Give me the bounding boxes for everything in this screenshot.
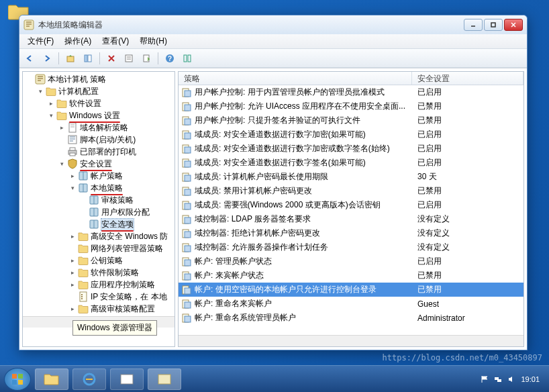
expand-icon[interactable]: ▸	[47, 99, 55, 107]
tray-network-icon[interactable]	[494, 375, 502, 383]
tree-node[interactable]: ▾安全设置	[23, 158, 174, 170]
list-scrollbar-h[interactable]	[179, 335, 523, 346]
svg-rect-78	[497, 379, 501, 382]
list-row[interactable]: 帐户: 来宾帐户状态已禁用	[179, 268, 523, 283]
svg-rect-71	[18, 374, 23, 379]
show-hide-button[interactable]	[81, 51, 95, 66]
taskbar-explorer[interactable]	[35, 369, 68, 390]
list-row[interactable]: 用户帐户控制: 只提升签名并验证的可执行文件已禁用	[179, 113, 523, 128]
tree-node[interactable]: ▾计算机配置	[23, 85, 174, 97]
tree-node[interactable]: 本地计算机 策略	[23, 73, 174, 85]
tree-node[interactable]: ▸帐户策略	[23, 170, 174, 182]
expand-icon[interactable]	[68, 293, 77, 301]
expand-icon[interactable]	[68, 244, 77, 252]
tree-node[interactable]: 网络列表管理器策略	[23, 242, 174, 254]
expand-icon[interactable]	[58, 148, 66, 156]
taskbar-app1[interactable]	[110, 369, 144, 390]
minimize-button[interactable]	[464, 19, 483, 31]
tree-node[interactable]: ▾Windows 设置	[23, 109, 174, 121]
list-row[interactable]: 域控制器: LDAP 服务器签名要求没有定义	[179, 212, 523, 226]
expand-icon[interactable]: ▾	[68, 184, 77, 192]
tree-pane[interactable]: 本地计算机 策略▾计算机配置▸软件设置▾Windows 设置▸域名解析策略脚本(…	[22, 71, 175, 347]
list-row[interactable]: 域成员: 对安全通道数据进行数字加密(如果可能)已启用	[179, 128, 523, 142]
expand-icon[interactable]: ▾	[47, 111, 55, 119]
expand-icon[interactable]	[79, 208, 87, 216]
list-row[interactable]: 域控制器: 拒绝计算机帐户密码更改没有定义	[179, 226, 523, 240]
expand-icon[interactable]: ▸	[68, 172, 77, 180]
tree-node[interactable]: ▸高级审核策略配置	[23, 303, 174, 315]
forward-button[interactable]	[40, 51, 54, 66]
cell-setting: Guest	[415, 299, 523, 309]
menu-view[interactable]: 查看(V)	[97, 34, 134, 48]
tree-node[interactable]: 安全选项	[23, 218, 174, 230]
list-row[interactable]: 帐户: 重命名系统管理员帐户Administrator	[179, 311, 523, 325]
maximize-button[interactable]	[484, 19, 503, 31]
expand-icon[interactable]	[26, 75, 34, 83]
expand-icon[interactable]: ▸	[68, 305, 77, 313]
taskbar-gpedit[interactable]	[148, 369, 181, 390]
tree-icon	[89, 207, 99, 217]
watermark: https://blog.csdn.net/m0_43450897	[383, 353, 542, 362]
list-row[interactable]: 域成员: 需要强(Windows 2000 或更高版本)会话密钥已启用	[179, 198, 523, 212]
menu-file[interactable]: 文件(F)	[22, 34, 59, 48]
policy-name: 用户帐户控制: 允许 UIAccess 应用程序在不使用安全桌面...	[195, 101, 405, 112]
tray-time[interactable]: 19:01	[521, 375, 540, 383]
menu-action[interactable]: 操作(A)	[59, 34, 97, 48]
expand-icon[interactable]: ▸	[68, 232, 77, 240]
taskbar-ie[interactable]	[72, 369, 106, 390]
list-row[interactable]: 域成员: 计算机帐户密码最长使用期限30 天	[179, 170, 523, 184]
list-row[interactable]: 帐户: 重命名来宾帐户Guest	[179, 297, 523, 311]
tree-node[interactable]: 审核策略	[23, 194, 174, 206]
properties-button[interactable]	[121, 51, 136, 66]
titlebar[interactable]: 本地组策略编辑器	[19, 15, 527, 34]
tray-flag-icon[interactable]	[481, 375, 489, 383]
expand-icon[interactable]: ▾	[36, 87, 44, 95]
tree-node[interactable]: IP 安全策略，在 本地	[23, 291, 174, 303]
tree-node[interactable]: 脚本(启动/关机)	[23, 134, 174, 146]
tree-node[interactable]: ▸软件限制策略	[23, 266, 174, 279]
list-row[interactable]: 用户帐户控制: 允许 UIAccess 应用程序在不使用安全桌面...已禁用	[179, 99, 523, 113]
tray-sound-icon[interactable]	[507, 375, 515, 383]
expand-icon[interactable]	[58, 136, 66, 144]
tree-node[interactable]: 用户权限分配	[23, 206, 174, 218]
tree-node[interactable]: ▸域名解析策略	[23, 121, 174, 134]
list-body[interactable]: 用户帐户控制: 用于内置管理员帐户的管理员批准模式已启用用户帐户控制: 允许 U…	[179, 85, 523, 335]
tree-node[interactable]: ▸应用程序控制策略	[23, 279, 174, 291]
back-button[interactable]	[22, 51, 37, 66]
tree-label: 软件设置	[69, 98, 101, 109]
expand-icon[interactable]: ▸	[68, 268, 77, 277]
column-policy[interactable]: 策略	[179, 72, 412, 85]
close-button[interactable]	[504, 19, 523, 31]
list-row[interactable]: 域成员: 对安全通道数据进行数字加密或数字签名(始终)已启用	[179, 142, 523, 156]
svg-rect-65	[185, 288, 191, 294]
column-setting[interactable]: 安全设置	[412, 72, 523, 85]
tree-node[interactable]: 已部署的打印机	[23, 146, 174, 158]
list-row[interactable]: 域成员: 对安全通道数据进行数字签名(如果可能)已启用	[179, 156, 523, 170]
list-row[interactable]: 帐户: 使用空密码的本地帐户只允许进行控制台登录已禁用	[179, 283, 523, 297]
expand-icon[interactable]	[79, 196, 87, 204]
tree-label: 计算机配置	[58, 86, 99, 97]
expand-icon[interactable]: ▸	[68, 281, 77, 289]
tree-node[interactable]: ▾本地策略	[23, 182, 174, 194]
system-tray[interactable]: 19:01	[481, 375, 545, 383]
refresh-button[interactable]	[180, 51, 195, 66]
export-button[interactable]	[139, 51, 154, 66]
help-button[interactable]: ?	[162, 51, 177, 66]
list-row[interactable]: 域成员: 禁用计算机帐户密码更改已禁用	[179, 184, 523, 198]
delete-button[interactable]	[104, 51, 119, 66]
expand-icon[interactable]	[79, 220, 87, 228]
tree-label: 用户权限分配	[101, 207, 150, 218]
expand-icon[interactable]: ▸	[68, 256, 77, 264]
list-row[interactable]: 用户帐户控制: 用于内置管理员帐户的管理员批准模式已启用	[179, 85, 523, 99]
tree-icon	[56, 110, 67, 121]
expand-icon[interactable]: ▾	[58, 160, 66, 168]
start-button[interactable]	[4, 368, 31, 391]
menu-help[interactable]: 帮助(H)	[134, 34, 172, 48]
up-button[interactable]	[63, 51, 78, 66]
tree-node[interactable]: ▸公钥策略	[23, 254, 174, 266]
expand-icon[interactable]: ▸	[58, 124, 66, 132]
list-row[interactable]: 帐户: 管理员帐户状态已启用	[179, 254, 523, 268]
list-row[interactable]: 域控制器: 允许服务器操作者计划任务没有定义	[179, 240, 523, 254]
tree-node[interactable]: ▸软件设置	[23, 97, 174, 109]
tree-node[interactable]: ▸高级安全 Windows 防	[23, 230, 174, 242]
